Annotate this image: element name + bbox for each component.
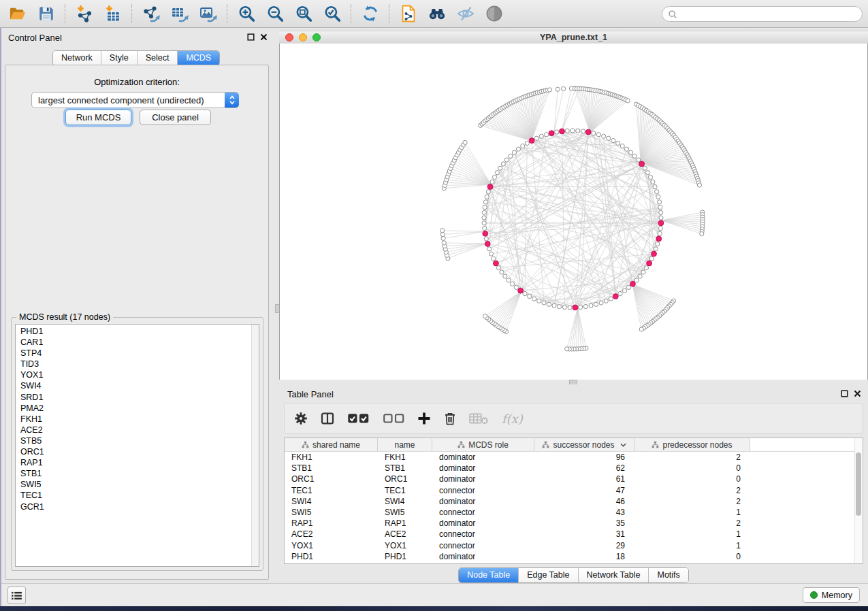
close-panel-icon[interactable] (260, 33, 268, 41)
delete-rows-button[interactable] (443, 408, 457, 429)
column-header-predecessor-nodes[interactable]: predecessor nodes (634, 438, 750, 451)
tab-network[interactable]: Network (53, 51, 101, 65)
table-scrollbar-thumb[interactable] (856, 452, 861, 516)
table-row[interactable]: ACE2ACE2connector311 (285, 529, 863, 540)
minimize-window-icon[interactable] (299, 33, 307, 42)
deselect-all-rows-button[interactable] (381, 408, 406, 429)
mcds-result-item[interactable]: PHD1 (16, 326, 252, 337)
network-canvas[interactable] (279, 44, 868, 380)
first-neighbors-icon (428, 5, 446, 22)
mcds-result-item[interactable]: STB5 (16, 435, 252, 446)
table-row[interactable]: TEC1TEC1connector472 (285, 485, 863, 496)
mcds-result-item[interactable]: PMA2 (16, 403, 252, 414)
zoom-in-button[interactable] (232, 1, 261, 26)
table-panel: Table Panel f(x) shared namenameMCDS rol… (279, 384, 868, 582)
export-table-button[interactable] (165, 1, 194, 26)
tab-edge-table[interactable]: Edge Table (519, 568, 578, 582)
show-all-button[interactable] (480, 1, 509, 26)
table-row[interactable]: FKH1FKH1dominator962 (285, 452, 863, 463)
memory-button[interactable]: Memory (803, 587, 860, 603)
table-row[interactable]: STB1STB1dominator620 (285, 463, 863, 474)
mcds-result-item[interactable]: ORC1 (16, 446, 252, 457)
table-cell: connector (432, 529, 534, 539)
delete-table-button[interactable] (468, 408, 490, 429)
table-row[interactable]: PHD1PHD1dominator180 (285, 551, 863, 562)
mcds-result-item[interactable]: CAR1 (16, 337, 252, 348)
table-row[interactable]: YOX1YOX1connector291 (285, 540, 863, 551)
tab-select[interactable]: Select (138, 51, 178, 65)
mcds-result-item[interactable]: SRD1 (16, 392, 252, 403)
zoom-fit-content-icon (295, 5, 312, 22)
mcds-result-scrollbar[interactable] (251, 325, 259, 566)
tab-network-table[interactable]: Network Table (579, 568, 649, 582)
save-session-button[interactable] (32, 1, 61, 26)
mcds-result-item[interactable]: SWI4 (16, 380, 252, 391)
mcds-result-item[interactable]: GCR1 (16, 501, 252, 512)
control-panel: Control Panel NetworkStyleSelectMCDS Opt… (1, 28, 274, 582)
first-neighbors-button[interactable] (423, 1, 451, 26)
network-view-titlebar: YPA_prune.txt_1 (279, 31, 868, 44)
import-table-from-file-button[interactable] (99, 1, 127, 26)
show-columns-button[interactable] (319, 408, 336, 429)
memory-label: Memory (822, 591, 852, 600)
criterion-dropdown[interactable]: largest connected component (undirected) (31, 92, 239, 108)
refresh-view-button[interactable] (356, 1, 385, 26)
mcds-result-item[interactable]: ACE2 (16, 425, 252, 435)
tab-motifs[interactable]: Motifs (649, 568, 688, 582)
open-file-button[interactable] (3, 1, 32, 26)
table-cell: 46 (534, 497, 634, 506)
function-builder-button[interactable]: f(x) (500, 408, 524, 429)
export-network-button[interactable] (137, 1, 165, 26)
mcds-result-item[interactable]: STP4 (16, 348, 252, 359)
table-cell: TEC1 (285, 486, 378, 495)
table-row[interactable]: RAP1RAP1dominator352 (285, 518, 863, 529)
close-window-icon[interactable] (285, 33, 293, 42)
float-panel-icon[interactable] (247, 33, 255, 41)
mcds-result-item[interactable]: TID3 (16, 359, 252, 369)
tab-mcds[interactable]: MCDS (178, 51, 219, 65)
float-table-panel-icon[interactable] (841, 390, 848, 397)
mcds-result-item[interactable]: YOX1 (16, 369, 252, 380)
table-scrollbar[interactable] (854, 438, 863, 563)
zoom-out-button[interactable] (261, 1, 289, 26)
tab-style[interactable]: Style (101, 51, 138, 65)
table-cell: 35 (534, 518, 634, 528)
add-row-button[interactable] (416, 408, 432, 429)
mcds-result-item[interactable]: SWI5 (16, 479, 252, 490)
mcds-result-item[interactable]: TEC1 (16, 490, 252, 501)
export-image-button[interactable] (194, 1, 223, 26)
table-row[interactable]: ORC1ORC1dominator610 (285, 474, 863, 484)
table-cell: 31 (534, 529, 634, 539)
zoom-selected-button[interactable] (318, 1, 347, 26)
import-network-from-file-button[interactable] (70, 1, 99, 26)
network-view-title: YPA_prune.txt_1 (279, 31, 868, 44)
select-all-rows-button[interactable] (346, 408, 371, 429)
table-cell: connector (432, 541, 534, 550)
mcds-result-item[interactable]: RAP1 (16, 457, 252, 468)
column-header-MCDS-role[interactable]: MCDS role (432, 438, 534, 451)
column-header-successor-nodes[interactable]: successor nodes (534, 438, 634, 451)
new-network-from-selection-button[interactable] (394, 1, 423, 26)
close-panel-button[interactable]: Close panel (140, 110, 211, 125)
close-table-panel-icon[interactable] (854, 390, 861, 397)
hide-selected-button[interactable] (451, 1, 480, 26)
table-cell: FKH1 (378, 452, 432, 462)
network-view-window: YPA_prune.txt_1 (279, 31, 868, 380)
tab-node-table[interactable]: Node Table (459, 568, 519, 582)
console-toggle-button[interactable] (7, 587, 26, 604)
mcds-tab-content: Optimization criterion: largest connecte… (5, 65, 269, 580)
zoom-fit-content-button[interactable] (289, 1, 318, 26)
table-row[interactable]: SWI4SWI4dominator462 (285, 496, 863, 507)
maximize-window-icon[interactable] (312, 33, 321, 42)
search-input[interactable] (677, 8, 862, 20)
column-header-name[interactable]: name (378, 438, 432, 451)
table-row[interactable]: SWI5SWI5connector431 (285, 507, 863, 518)
mcds-result-item[interactable]: FKH1 (16, 414, 252, 425)
column-header-label: predecessor nodes (662, 440, 732, 450)
mcds-result-item[interactable]: STB1 (16, 468, 252, 479)
column-header-shared-name[interactable]: shared name (285, 438, 378, 451)
run-mcds-button[interactable]: Run MCDS (65, 110, 131, 125)
table-settings-button[interactable] (293, 408, 309, 429)
list-icon (11, 591, 22, 600)
table-cell: 62 (534, 463, 634, 473)
